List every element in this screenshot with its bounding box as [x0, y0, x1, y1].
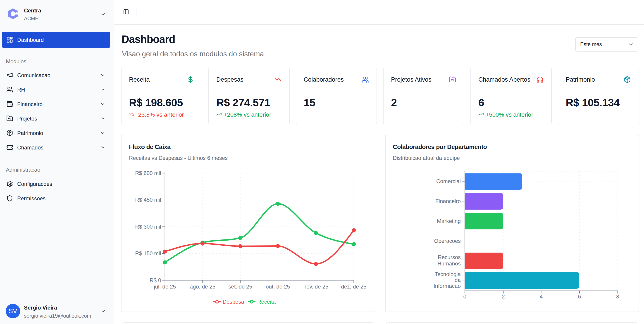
svg-text:6: 6: [578, 294, 581, 300]
svg-text:8: 8: [616, 294, 619, 300]
svg-text:4: 4: [540, 294, 543, 300]
svg-text:2: 2: [502, 294, 505, 300]
svg-text:out. de 25: out. de 25: [266, 284, 290, 290]
svg-text:R$ 450 mil: R$ 450 mil: [135, 197, 161, 203]
svg-text:R$ 300 mil: R$ 300 mil: [135, 224, 161, 230]
svg-text:R$ 600 mil: R$ 600 mil: [135, 170, 161, 176]
svg-text:0: 0: [464, 294, 466, 300]
svg-text:Financeiro: Financeiro: [435, 198, 461, 204]
svg-text:ago. de 25: ago. de 25: [190, 284, 216, 290]
svg-text:Operacoes: Operacoes: [434, 238, 461, 244]
svg-text:Despesa: Despesa: [223, 299, 244, 305]
svg-text:nov. de 25: nov. de 25: [304, 284, 328, 290]
svg-text:R$ 150 mil: R$ 150 mil: [135, 250, 161, 256]
svg-text:Marketing: Marketing: [437, 218, 461, 224]
svg-text:set. de 25: set. de 25: [228, 284, 252, 290]
svg-text:Recursos: Recursos: [438, 254, 461, 260]
svg-text:R$ 0: R$ 0: [150, 277, 161, 283]
svg-text:Informacao: Informacao: [434, 283, 461, 289]
svg-text:Tecnologia: Tecnologia: [435, 271, 461, 277]
svg-text:Humanos: Humanos: [438, 261, 461, 267]
svg-text:dez. de 25: dez. de 25: [341, 284, 366, 290]
svg-text:Receita: Receita: [257, 299, 276, 305]
svg-text:Comercial: Comercial: [436, 178, 461, 184]
svg-text:jul. de 25: jul. de 25: [154, 284, 176, 290]
svg-text:da: da: [454, 277, 461, 283]
